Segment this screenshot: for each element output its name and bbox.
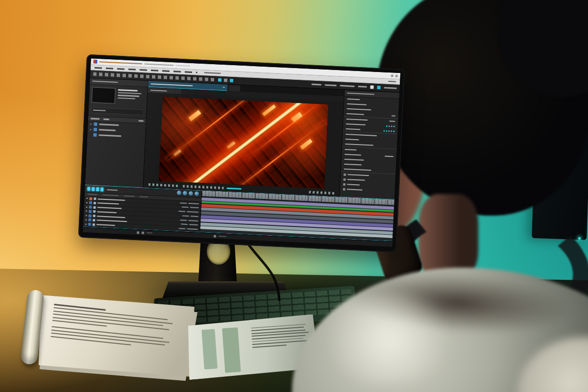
photo-scene xyxy=(0,0,588,392)
view-option-icons xyxy=(183,185,224,189)
keyframe-dot xyxy=(391,125,392,127)
timecode-digit xyxy=(96,187,99,191)
project-tab-label xyxy=(93,80,118,83)
project-preview-row xyxy=(89,84,147,108)
workspace-item xyxy=(340,85,355,87)
menu-extra xyxy=(204,72,221,74)
motion-blur-icon xyxy=(189,191,193,196)
window-title-path xyxy=(144,63,173,66)
eye-icon xyxy=(86,211,87,212)
power-led xyxy=(578,237,581,240)
layer-value xyxy=(187,228,198,230)
workspace-label xyxy=(384,87,397,89)
layer-name xyxy=(98,203,119,205)
status-icon xyxy=(137,231,139,234)
glow-panel xyxy=(189,110,201,121)
project-item-label xyxy=(98,134,121,137)
layer-type-icon xyxy=(94,202,96,204)
folder-icon xyxy=(94,122,97,126)
folder-icon xyxy=(94,128,97,131)
layer-mode xyxy=(180,220,187,221)
layer-color-swatch xyxy=(89,210,92,213)
layer-color-swatch xyxy=(89,214,92,217)
timeline-search xyxy=(107,189,118,191)
composition-icon xyxy=(93,133,97,137)
keyframe-dot xyxy=(383,130,385,131)
layer-name xyxy=(98,198,125,201)
workspace-item xyxy=(325,84,337,86)
main-light-beam xyxy=(159,97,328,189)
composition-viewer xyxy=(143,81,344,197)
layer-color-swatch xyxy=(89,206,92,209)
layer-mode xyxy=(182,207,189,208)
layer-mode xyxy=(182,215,189,217)
menu-right xyxy=(388,81,396,82)
status-icon xyxy=(214,235,216,237)
keyframe-dots xyxy=(383,130,394,132)
effect-icon xyxy=(343,173,346,175)
layer-value xyxy=(189,224,198,225)
footage-subtab xyxy=(148,88,181,94)
eye-icon xyxy=(85,223,87,225)
keyframe-dot xyxy=(393,125,395,127)
eye-icon xyxy=(86,202,88,203)
active-workspace-icon xyxy=(377,86,380,89)
draft3d-icon xyxy=(183,191,187,196)
layer-name xyxy=(97,224,115,226)
hand-tool-icon xyxy=(224,78,227,82)
layer-type-icon xyxy=(93,215,96,217)
eye-icon xyxy=(86,197,88,199)
layer-value xyxy=(190,207,199,208)
keyframe-dot xyxy=(391,130,392,132)
layer-value xyxy=(187,211,198,213)
neon-streak xyxy=(220,121,326,189)
primary-monitor xyxy=(78,54,405,252)
inactive-tab xyxy=(228,85,241,92)
layer-type-icon xyxy=(93,206,96,208)
keyframe-dot xyxy=(386,130,387,131)
zoom-level-text xyxy=(227,188,242,190)
glow-panel xyxy=(300,139,313,149)
layer-color-swatch xyxy=(89,201,92,204)
layer-value xyxy=(191,216,198,217)
footage-subtab-label xyxy=(150,90,167,92)
effect-icon xyxy=(343,178,346,180)
tab-close-icon xyxy=(222,87,225,88)
timecode-digit xyxy=(87,187,90,191)
graph-editor-icon xyxy=(195,192,199,196)
project-item-label xyxy=(99,123,119,125)
project-item-label xyxy=(99,129,116,131)
layer-name xyxy=(97,220,127,222)
layer-mode xyxy=(181,224,188,225)
layer-name xyxy=(97,216,125,218)
eye-icon xyxy=(86,215,87,216)
workspace-item xyxy=(358,86,367,87)
layer-mode xyxy=(178,211,185,212)
status-text xyxy=(219,236,226,237)
layer-color-swatch xyxy=(88,219,91,221)
keyframe-dots xyxy=(386,125,395,127)
layer-name xyxy=(97,207,122,209)
snapshot-icon xyxy=(370,85,373,89)
layer-mode xyxy=(179,228,186,229)
expand-arrow-icon xyxy=(90,123,92,125)
keyframe-dot xyxy=(389,125,390,127)
report-bar-1 xyxy=(201,329,217,370)
layer-mode xyxy=(180,202,187,204)
layer-value xyxy=(188,220,198,221)
timecode-digit xyxy=(92,187,95,191)
report-text-lines xyxy=(251,323,310,349)
playback-icons xyxy=(148,183,180,187)
selection-tool-icon xyxy=(218,78,221,82)
glow-panel xyxy=(227,142,236,149)
workspace-item xyxy=(312,84,321,85)
eye-icon xyxy=(86,206,87,208)
preview-render-neon-artwork xyxy=(159,97,328,189)
layer-color-swatch xyxy=(88,223,91,226)
status-text xyxy=(147,232,152,234)
effect-icon xyxy=(343,188,345,190)
editor-screen xyxy=(83,58,400,246)
glow-panel xyxy=(173,149,181,156)
layer-color-swatch xyxy=(89,197,92,200)
glow-panel xyxy=(262,104,276,116)
